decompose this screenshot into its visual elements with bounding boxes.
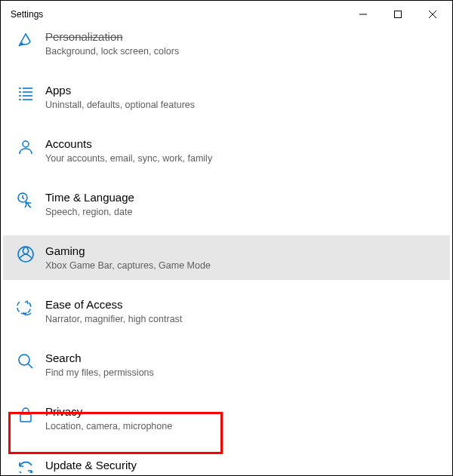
svg-line-17 — [28, 364, 32, 368]
minimize-button[interactable] — [346, 3, 381, 26]
item-desc: Background, lock screen, colors — [45, 45, 179, 57]
close-button[interactable] — [415, 3, 450, 26]
item-title: Time & Language — [45, 190, 134, 205]
search-icon — [17, 352, 35, 370]
settings-item-privacy[interactable]: Privacy Location, camera, microphone — [3, 396, 450, 441]
time-language-icon — [17, 192, 35, 210]
item-title: Accounts — [45, 137, 212, 152]
settings-item-search[interactable]: Search Find my files, permissions — [3, 342, 450, 387]
svg-rect-18 — [20, 414, 31, 422]
settings-item-apps[interactable]: Apps Uninstall, defaults, optional featu… — [3, 75, 450, 119]
item-title: Personalization — [45, 29, 179, 45]
update-security-icon — [17, 459, 35, 473]
accounts-icon — [17, 138, 35, 156]
item-desc: Uninstall, defaults, optional features — [45, 99, 195, 111]
item-title: Apps — [45, 83, 195, 98]
settings-item-personalization[interactable]: Personalization Background, lock screen,… — [3, 26, 450, 66]
settings-list: Personalization Background, lock screen,… — [3, 26, 450, 473]
window-title: Settings — [11, 9, 43, 20]
settings-item-accounts[interactable]: Accounts Your accounts, email, sync, wor… — [3, 128, 450, 173]
svg-point-13 — [23, 141, 29, 147]
titlebar: Settings — [3, 3, 450, 26]
gaming-icon — [17, 245, 35, 263]
settings-item-time-language[interactable]: Time & Language Speech, region, date — [3, 182, 450, 226]
ease-of-access-icon — [17, 299, 35, 317]
svg-point-4 — [21, 43, 23, 45]
settings-item-ease-of-access[interactable]: Ease of Access Narrator, magnifier, high… — [3, 289, 450, 333]
item-title: Gaming — [45, 244, 211, 259]
item-desc: Location, camera, microphone — [45, 420, 172, 432]
personalization-icon — [17, 31, 35, 49]
item-desc: Narrator, magnifier, high contrast — [45, 313, 182, 325]
svg-rect-1 — [395, 11, 402, 18]
item-title: Search — [45, 351, 154, 366]
settings-item-update-security[interactable]: Update & Security Windows Update, recove… — [3, 450, 450, 473]
item-title: Update & Security — [45, 458, 193, 473]
maximize-button[interactable] — [381, 3, 415, 26]
settings-item-gaming[interactable]: Gaming Xbox Game Bar, captures, Game Mod… — [3, 235, 450, 280]
item-title: Privacy — [45, 404, 172, 419]
item-desc: Your accounts, email, sync, work, family — [45, 152, 212, 164]
item-desc: Speech, region, date — [45, 206, 134, 218]
item-title: Ease of Access — [45, 297, 182, 312]
apps-icon — [17, 84, 35, 103]
item-desc: Xbox Game Bar, captures, Game Mode — [45, 259, 211, 272]
privacy-icon — [17, 406, 35, 424]
svg-point-16 — [19, 355, 29, 365]
item-desc: Find my files, permissions — [45, 367, 154, 379]
window-controls — [346, 3, 450, 26]
